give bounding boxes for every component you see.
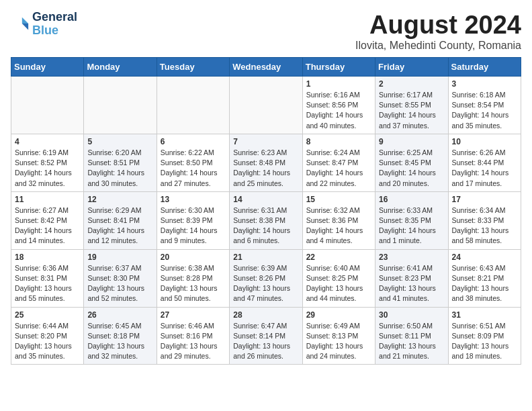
day-cell: 19Sunrise: 6:37 AMSunset: 8:30 PMDayligh…	[84, 249, 157, 307]
day-number: 27	[161, 310, 226, 320]
logo-text: General Blue	[32, 11, 77, 38]
day-info: Sunrise: 6:46 AMSunset: 8:16 PMDaylight:…	[161, 321, 226, 362]
col-header-saturday: Saturday	[448, 58, 521, 77]
day-cell	[157, 77, 229, 134]
day-cell: 24Sunrise: 6:43 AMSunset: 8:21 PMDayligh…	[448, 249, 521, 307]
day-cell: 4Sunrise: 6:19 AMSunset: 8:52 PMDaylight…	[11, 134, 84, 191]
logo-line2: Blue	[32, 24, 77, 38]
day-number: 6	[161, 137, 226, 146]
day-info: Sunrise: 6:30 AMSunset: 8:39 PMDaylight:…	[161, 205, 226, 246]
day-info: Sunrise: 6:18 AMSunset: 8:54 PMDaylight:…	[452, 90, 517, 131]
day-info: Sunrise: 6:47 AMSunset: 8:14 PMDaylight:…	[233, 321, 298, 362]
day-cell: 29Sunrise: 6:49 AMSunset: 8:13 PMDayligh…	[302, 307, 375, 365]
day-cell	[84, 77, 157, 134]
day-info: Sunrise: 6:36 AMSunset: 8:31 PMDaylight:…	[15, 263, 80, 304]
day-cell: 9Sunrise: 6:25 AMSunset: 8:45 PMDaylight…	[375, 134, 448, 191]
day-info: Sunrise: 6:24 AMSunset: 8:47 PMDaylight:…	[306, 148, 371, 189]
day-number: 28	[233, 310, 298, 320]
col-header-monday: Monday	[84, 58, 157, 77]
day-info: Sunrise: 6:19 AMSunset: 8:52 PMDaylight:…	[15, 148, 80, 189]
day-number: 22	[306, 253, 371, 262]
day-cell: 13Sunrise: 6:30 AMSunset: 8:39 PMDayligh…	[157, 191, 229, 249]
logo: General Blue	[11, 11, 77, 38]
day-cell: 26Sunrise: 6:45 AMSunset: 8:18 PMDayligh…	[84, 307, 157, 365]
day-number: 9	[379, 137, 444, 146]
day-info: Sunrise: 6:38 AMSunset: 8:28 PMDaylight:…	[161, 263, 226, 304]
day-cell: 2Sunrise: 6:17 AMSunset: 8:55 PMDaylight…	[375, 77, 448, 134]
day-number: 30	[379, 310, 444, 320]
day-info: Sunrise: 6:25 AMSunset: 8:45 PMDaylight:…	[379, 148, 444, 189]
day-number: 24	[452, 253, 517, 262]
day-cell: 27Sunrise: 6:46 AMSunset: 8:16 PMDayligh…	[157, 307, 229, 365]
day-info: Sunrise: 6:44 AMSunset: 8:20 PMDaylight:…	[15, 321, 80, 362]
day-number: 4	[15, 137, 80, 146]
day-number: 25	[15, 310, 80, 320]
day-number: 15	[306, 195, 371, 204]
day-info: Sunrise: 6:49 AMSunset: 8:13 PMDaylight:…	[306, 321, 371, 362]
day-info: Sunrise: 6:43 AMSunset: 8:21 PMDaylight:…	[452, 263, 517, 304]
header-row: SundayMondayTuesdayWednesdayThursdayFrid…	[11, 58, 521, 77]
day-number: 21	[233, 253, 298, 262]
day-info: Sunrise: 6:16 AMSunset: 8:56 PMDaylight:…	[306, 90, 371, 131]
day-number: 10	[452, 137, 517, 146]
day-cell: 15Sunrise: 6:32 AMSunset: 8:36 PMDayligh…	[302, 191, 375, 249]
day-number: 1	[306, 79, 371, 89]
day-info: Sunrise: 6:41 AMSunset: 8:23 PMDaylight:…	[379, 263, 444, 304]
day-cell: 28Sunrise: 6:47 AMSunset: 8:14 PMDayligh…	[230, 307, 302, 365]
svg-marker-0	[22, 17, 28, 24]
day-number: 8	[306, 137, 371, 146]
day-number: 23	[379, 253, 444, 262]
day-number: 19	[87, 253, 152, 262]
day-info: Sunrise: 6:32 AMSunset: 8:36 PMDaylight:…	[306, 205, 371, 246]
day-info: Sunrise: 6:29 AMSunset: 8:41 PMDaylight:…	[87, 205, 152, 246]
col-header-wednesday: Wednesday	[230, 58, 302, 77]
day-cell: 20Sunrise: 6:38 AMSunset: 8:28 PMDayligh…	[157, 249, 229, 307]
day-info: Sunrise: 6:27 AMSunset: 8:42 PMDaylight:…	[15, 205, 80, 246]
day-cell: 10Sunrise: 6:26 AMSunset: 8:44 PMDayligh…	[448, 134, 521, 191]
day-number: 3	[452, 79, 517, 89]
day-cell: 30Sunrise: 6:50 AMSunset: 8:11 PMDayligh…	[375, 307, 448, 365]
col-header-thursday: Thursday	[302, 58, 375, 77]
day-info: Sunrise: 6:51 AMSunset: 8:09 PMDaylight:…	[452, 321, 517, 362]
day-number: 7	[233, 137, 298, 146]
day-cell: 17Sunrise: 6:34 AMSunset: 8:33 PMDayligh…	[448, 191, 521, 249]
day-cell: 8Sunrise: 6:24 AMSunset: 8:47 PMDaylight…	[302, 134, 375, 191]
day-info: Sunrise: 6:31 AMSunset: 8:38 PMDaylight:…	[233, 205, 298, 246]
day-number: 5	[87, 137, 152, 146]
week-row-2: 4Sunrise: 6:19 AMSunset: 8:52 PMDaylight…	[11, 134, 521, 191]
day-cell: 5Sunrise: 6:20 AMSunset: 8:51 PMDaylight…	[84, 134, 157, 191]
day-cell: 22Sunrise: 6:40 AMSunset: 8:25 PMDayligh…	[302, 249, 375, 307]
col-header-tuesday: Tuesday	[157, 58, 229, 77]
col-header-sunday: Sunday	[11, 58, 84, 77]
day-cell: 18Sunrise: 6:36 AMSunset: 8:31 PMDayligh…	[11, 249, 84, 307]
day-cell: 31Sunrise: 6:51 AMSunset: 8:09 PMDayligh…	[448, 307, 521, 365]
day-info: Sunrise: 6:17 AMSunset: 8:55 PMDaylight:…	[379, 90, 444, 131]
day-cell: 16Sunrise: 6:33 AMSunset: 8:35 PMDayligh…	[375, 191, 448, 249]
day-number: 18	[15, 253, 80, 262]
day-number: 12	[87, 195, 152, 204]
col-header-friday: Friday	[375, 58, 448, 77]
day-number: 16	[379, 195, 444, 204]
week-row-5: 25Sunrise: 6:44 AMSunset: 8:20 PMDayligh…	[11, 307, 521, 365]
week-row-4: 18Sunrise: 6:36 AMSunset: 8:31 PMDayligh…	[11, 249, 521, 307]
day-info: Sunrise: 6:23 AMSunset: 8:48 PMDaylight:…	[233, 148, 298, 189]
day-cell: 14Sunrise: 6:31 AMSunset: 8:38 PMDayligh…	[230, 191, 302, 249]
day-info: Sunrise: 6:39 AMSunset: 8:26 PMDaylight:…	[233, 263, 298, 304]
day-cell: 1Sunrise: 6:16 AMSunset: 8:56 PMDaylight…	[302, 77, 375, 134]
day-cell: 12Sunrise: 6:29 AMSunset: 8:41 PMDayligh…	[84, 191, 157, 249]
day-cell: 3Sunrise: 6:18 AMSunset: 8:54 PMDaylight…	[448, 77, 521, 134]
day-info: Sunrise: 6:34 AMSunset: 8:33 PMDaylight:…	[452, 205, 517, 246]
day-number: 20	[161, 253, 226, 262]
day-number: 2	[379, 79, 444, 89]
day-info: Sunrise: 6:22 AMSunset: 8:50 PMDaylight:…	[161, 148, 226, 189]
day-number: 13	[161, 195, 226, 204]
header: General Blue August 2024 Ilovita, Mehedi…	[11, 11, 521, 52]
day-number: 26	[87, 310, 152, 320]
day-cell: 7Sunrise: 6:23 AMSunset: 8:48 PMDaylight…	[230, 134, 302, 191]
location-title: Ilovita, Mehedinti County, Romania	[355, 40, 521, 52]
calendar-table: SundayMondayTuesdayWednesdayThursdayFrid…	[11, 57, 521, 365]
day-cell: 11Sunrise: 6:27 AMSunset: 8:42 PMDayligh…	[11, 191, 84, 249]
week-row-3: 11Sunrise: 6:27 AMSunset: 8:42 PMDayligh…	[11, 191, 521, 249]
day-info: Sunrise: 6:37 AMSunset: 8:30 PMDaylight:…	[87, 263, 152, 304]
day-info: Sunrise: 6:20 AMSunset: 8:51 PMDaylight:…	[87, 148, 152, 189]
